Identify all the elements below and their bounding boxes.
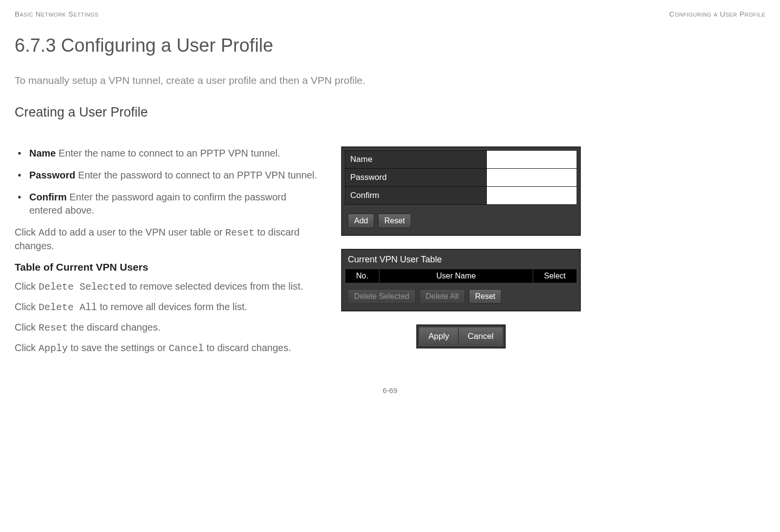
col-select: Select bbox=[533, 269, 577, 283]
para-add-reset: Click Add to add a user to the VPN user … bbox=[15, 226, 317, 253]
section-title: Creating a User Profile bbox=[15, 105, 765, 120]
col-no: No. bbox=[345, 269, 380, 283]
col-username: User Name bbox=[380, 269, 533, 283]
add-button[interactable]: Add bbox=[348, 214, 374, 228]
cancel-button[interactable]: Cancel bbox=[459, 327, 503, 346]
bullet-confirm: Confirm Enter the password again to conf… bbox=[29, 191, 317, 217]
name-input[interactable] bbox=[492, 154, 572, 165]
label-name: Name bbox=[345, 151, 487, 169]
para-delete-selected: Click Delete Selected to remove selected… bbox=[15, 280, 317, 294]
para-apply-cancel: Click Apply to save the settings or Canc… bbox=[15, 341, 317, 355]
delete-all-button[interactable]: Delete All bbox=[420, 289, 465, 304]
intro-text: To manually setup a VPN tunnel, create a… bbox=[15, 75, 765, 86]
vpn-table-title: Current VPN User Table bbox=[345, 253, 577, 269]
label-password: Password bbox=[345, 169, 487, 187]
apply-cancel-panel: Apply Cancel bbox=[417, 325, 505, 348]
label-confirm: Confirm bbox=[345, 187, 487, 205]
page-title: 6.7.3 Configuring a User Profile bbox=[15, 35, 765, 56]
para-reset: Click Reset the discard changes. bbox=[15, 321, 317, 335]
table-reset-button[interactable]: Reset bbox=[469, 289, 502, 304]
subhead-table: Table of Current VPN Users bbox=[15, 261, 317, 273]
password-input[interactable] bbox=[492, 172, 572, 183]
user-profile-form-panel: Name Password Confirm Add Reset bbox=[341, 147, 580, 236]
confirm-input[interactable] bbox=[492, 190, 572, 201]
description-column: Name Enter the name to connect to an PPT… bbox=[15, 147, 317, 362]
reset-button[interactable]: Reset bbox=[378, 214, 411, 228]
vpn-user-table-panel: Current VPN User Table No. User Name Sel… bbox=[341, 249, 580, 311]
header-left: Basic Network Settings bbox=[15, 10, 99, 18]
bullet-password: Password Enter the password to connect t… bbox=[29, 169, 317, 182]
para-delete-all: Click Delete All to remove all devices f… bbox=[15, 300, 317, 314]
header-right: Configuring a User Profile bbox=[669, 10, 765, 18]
delete-selected-button[interactable]: Delete Selected bbox=[348, 289, 416, 304]
page-number: 6-69 bbox=[15, 386, 765, 394]
bullet-name: Name Enter the name to connect to an PPT… bbox=[29, 147, 317, 160]
apply-button[interactable]: Apply bbox=[419, 327, 459, 346]
